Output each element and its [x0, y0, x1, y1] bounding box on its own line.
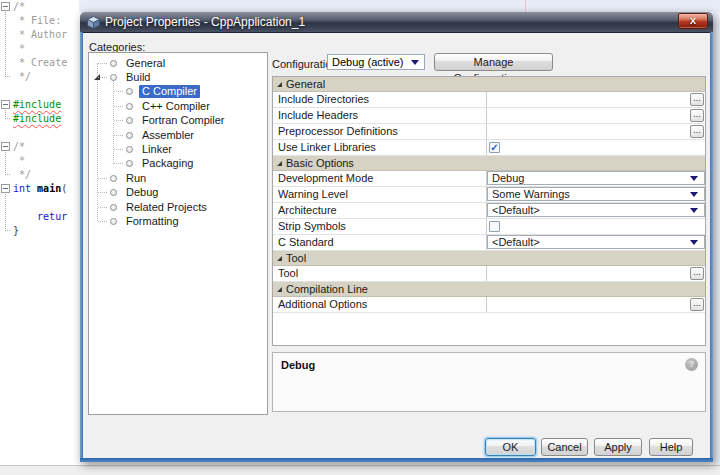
sidebar-item-fortran-compiler[interactable]: Fortran Compiler — [89, 114, 267, 128]
tree-connector — [114, 135, 123, 136]
dialog-titlebar[interactable]: Project Properties - CppApplication_1 X — [80, 12, 713, 33]
dropdown-value: Some Warnings — [492, 188, 570, 200]
tree-connector — [98, 221, 107, 222]
sidebar-item-run[interactable]: Run — [89, 171, 267, 185]
apply-button[interactable]: Apply — [594, 438, 642, 456]
fold-minus-icon[interactable] — [1, 142, 10, 151]
tree-item-label: C++ Compiler — [139, 100, 213, 113]
ellipsis-button[interactable]: ... — [690, 267, 704, 280]
dropdown-value: Debug — [492, 172, 524, 184]
section-header-compilation-line[interactable]: Compilation Line — [273, 282, 705, 297]
property-value-cell[interactable]: <Default> — [487, 203, 705, 218]
dropdown-select[interactable]: Debug — [487, 171, 705, 185]
tree-item-label: Fortran Compiler — [139, 114, 228, 127]
fold-guide-line — [5, 152, 10, 175]
property-row: Use Linker Libraries✓ — [273, 140, 705, 156]
property-value-cell[interactable]: Debug — [487, 171, 705, 186]
configuration-select[interactable]: Debug (active) — [327, 54, 425, 70]
property-value-cell[interactable]: Some Warnings — [487, 187, 705, 202]
property-row: Architecture<Default> — [273, 203, 705, 219]
code-line — [13, 196, 67, 210]
sidebar-item-c-compiler[interactable]: C++ Compiler — [89, 99, 267, 113]
property-value-cell[interactable]: <Default> — [487, 235, 705, 250]
tree-connector — [114, 149, 123, 150]
ellipsis-button[interactable]: ... — [690, 93, 704, 106]
checkbox-unchecked[interactable] — [489, 221, 500, 232]
code-line: #include — [13, 112, 67, 126]
section-label: Compilation Line — [286, 283, 368, 295]
fold-minus-icon[interactable] — [1, 100, 10, 109]
property-value-cell[interactable]: ... — [487, 124, 705, 139]
collapse-icon — [277, 161, 282, 166]
code-editor-pane: /* * File: * Author * * Create */#includ… — [0, 0, 79, 465]
section-header-basic-options[interactable]: Basic Options — [273, 156, 705, 171]
property-value-cell[interactable]: ✓ — [487, 140, 705, 155]
checkbox-checked[interactable]: ✓ — [489, 142, 500, 153]
collapse-icon — [277, 287, 282, 292]
sidebar-item-assembler[interactable]: Assembler — [89, 128, 267, 142]
close-button[interactable]: X — [678, 13, 708, 29]
property-value-cell[interactable]: ... — [487, 92, 705, 107]
dropdown-select[interactable]: Some Warnings — [487, 187, 705, 201]
section-label: Tool — [286, 252, 306, 264]
help-icon[interactable]: ? — [685, 358, 698, 371]
ellipsis-button[interactable]: ... — [690, 125, 704, 138]
description-title: Debug — [281, 359, 315, 371]
sidebar-item-related-projects[interactable]: Related Projects — [89, 200, 267, 214]
ellipsis-button[interactable]: ... — [690, 109, 704, 122]
property-value-cell[interactable]: ... — [487, 297, 705, 312]
section-label: Basic Options — [286, 157, 354, 169]
property-label: Preprocessor Definitions — [273, 124, 487, 139]
property-value-cell[interactable]: ... — [487, 266, 705, 281]
fold-guide-line — [5, 110, 10, 119]
fold-minus-icon[interactable] — [1, 2, 10, 11]
chevron-down-icon — [690, 192, 698, 197]
dialog-frame-bottom — [80, 458, 713, 462]
sidebar-item-general[interactable]: General — [89, 56, 267, 70]
property-value-cell[interactable] — [487, 219, 705, 234]
node-circle-icon — [126, 132, 133, 139]
sidebar-item-debug[interactable]: Debug — [89, 186, 267, 200]
node-circle-icon — [110, 218, 117, 225]
collapse-icon — [277, 256, 282, 261]
collapse-icon — [277, 82, 282, 87]
sidebar-item-c-compiler[interactable]: C Compiler — [89, 85, 267, 99]
ok-button[interactable]: OK — [485, 438, 536, 456]
property-row: Development ModeDebug — [273, 171, 705, 187]
tree-item-label: General — [123, 57, 168, 70]
property-description-panel: Debug ? — [272, 352, 706, 412]
help-button[interactable]: Help — [649, 438, 693, 456]
tree-connector — [114, 91, 123, 92]
property-label: Strip Symbols — [273, 219, 487, 234]
code-line: */ — [13, 168, 67, 182]
section-header-general[interactable]: General — [273, 77, 705, 92]
code-line — [13, 84, 67, 98]
property-row: Preprocessor Definitions... — [273, 124, 705, 140]
code-line: */ — [13, 70, 67, 84]
dialog-frame-left — [80, 32, 83, 462]
node-circle-icon — [110, 204, 117, 211]
cancel-button[interactable]: Cancel — [541, 438, 588, 456]
property-value-cell[interactable]: ... — [487, 108, 705, 123]
tree-item-label: Packaging — [139, 157, 196, 170]
dropdown-select[interactable]: <Default> — [487, 235, 705, 249]
sidebar-item-formatting[interactable]: Formatting — [89, 214, 267, 228]
tree-connector — [98, 192, 107, 193]
editor-margin-line — [525, 0, 526, 12]
property-sheet: GeneralInclude Directories...Include Hea… — [272, 76, 706, 346]
categories-tree[interactable]: GeneralBuildC CompilerC++ CompilerFortra… — [88, 52, 268, 415]
code-line — [13, 126, 67, 140]
ellipsis-button[interactable]: ... — [690, 298, 704, 311]
fold-minus-icon[interactable] — [1, 184, 10, 193]
sidebar-item-linker[interactable]: Linker — [89, 142, 267, 156]
code-line: } — [13, 224, 67, 238]
property-row: Additional Options... — [273, 297, 705, 313]
property-label: Warning Level — [273, 187, 487, 202]
sidebar-item-build[interactable]: Build — [89, 70, 267, 84]
sidebar-item-packaging[interactable]: Packaging — [89, 157, 267, 171]
section-label: General — [286, 78, 325, 90]
manage-configurations-button[interactable]: Manage Configurations... — [434, 53, 553, 71]
dropdown-select[interactable]: <Default> — [487, 203, 705, 217]
section-header-tool[interactable]: Tool — [273, 251, 705, 266]
property-row: Warning LevelSome Warnings — [273, 187, 705, 203]
